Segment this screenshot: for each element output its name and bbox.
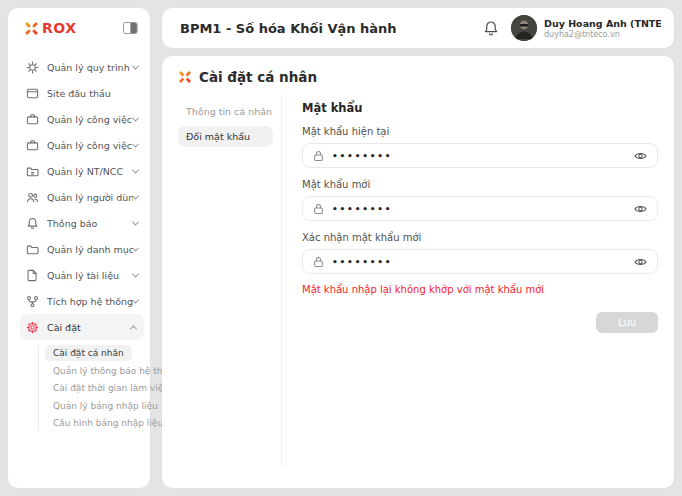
chevron-down-icon <box>132 270 139 277</box>
sidebar-item-label: Quản lý NT/NCC <box>47 166 123 177</box>
masked-password-value: •••••••• <box>332 258 392 267</box>
logo-text: ROX <box>42 20 76 36</box>
password-form: Mật khẩu Mật khẩu hiện tại••••••••Mật kh… <box>282 95 658 467</box>
sidebar-item-label: Thông báo <box>47 218 97 229</box>
sidebar-item[interactable]: Quản lý công việc <box>8 106 150 132</box>
sidebar-item[interactable]: Cài đặt <box>20 314 144 340</box>
sidebar-item[interactable]: Quản lý công việc <box>8 132 150 158</box>
sidebar-subitem[interactable]: Cấu hình bảng nhập liệu <box>45 415 171 431</box>
sidebar-item[interactable]: Quản lý NT/NCC <box>8 158 150 184</box>
sidebar-item[interactable]: Quản lý quy trình <box>8 54 150 80</box>
sidebar-item[interactable]: Quản lý danh mục <box>8 236 150 262</box>
chevron-down-icon <box>132 62 139 69</box>
settings-tabs: Thông tin cá nhânĐổi mật khẩu <box>178 95 282 467</box>
save-button[interactable]: Lưu <box>596 312 658 333</box>
chevron-down-icon <box>132 218 139 225</box>
sidebar-submenu: Cài đặt cá nhânQuản lý thông báo hệ thốn… <box>38 345 150 431</box>
sidebar-item-label: Quản lý quy trình <box>47 62 130 73</box>
gear-icon <box>26 321 39 334</box>
rox-x-icon <box>24 21 39 36</box>
password-form-fields: Mật khẩu hiện tại••••••••Mật khẩu mới•••… <box>302 126 658 274</box>
sidebar-item-label: Quản lý người dùng <box>47 192 133 203</box>
workflow-icon <box>26 61 39 74</box>
lock-icon <box>313 256 324 268</box>
chevron-down-icon <box>132 114 139 121</box>
chevron-down-icon <box>132 166 139 173</box>
field-label: Xác nhận mật khẩu mới <box>302 232 658 243</box>
chevron-down-icon <box>132 140 139 147</box>
sidebar-item-label: Quản lý tài liệu <box>47 270 119 281</box>
sidebar-item-label: Quản lý danh mục <box>47 244 133 255</box>
sidebar-nav: Quản lý quy trìnhSite đấu thầuQuản lý cô… <box>8 48 150 340</box>
password-input[interactable]: •••••••• <box>302 249 658 274</box>
sidebar-item-label: Quản lý công việc <box>47 114 132 125</box>
sidebar-collapse-icon[interactable] <box>123 22 138 34</box>
sidebar: ROX Quản lý quy trìnhSite đấu thầuQuản l… <box>8 8 150 488</box>
user-name: Duy Hoang Anh (TNTECH-TTKD TKT... <box>544 18 662 29</box>
sidebar-item-label: Quản lý công việc <box>47 140 132 151</box>
briefcase-icon <box>26 113 39 126</box>
page-title: Cài đặt cá nhân <box>199 69 317 85</box>
notification-bell-icon[interactable] <box>483 20 499 37</box>
chevron-up-icon <box>130 325 137 332</box>
password-mismatch-error: Mật khẩu nhập lại không khớp với mật khẩ… <box>302 284 658 295</box>
bell-icon <box>26 217 39 230</box>
sidebar-subitem[interactable]: Quản lý bảng nhập liệu <box>45 398 166 414</box>
document-icon <box>26 269 39 282</box>
sidebar-subitem[interactable]: Cài đặt cá nhân <box>45 345 132 361</box>
folder-icon <box>26 243 39 256</box>
field-label: Mật khẩu hiện tại <box>302 126 658 137</box>
sidebar-subitem[interactable]: Cài đặt thời gian làm việc <box>45 380 176 396</box>
chevron-down-icon <box>132 192 139 199</box>
app-title: BPM1 - Số hóa Khối Vận hành <box>180 21 397 36</box>
folder-contract-icon <box>26 165 39 178</box>
sidebar-item[interactable]: Quản lý tài liệu <box>8 262 150 288</box>
lock-icon <box>313 150 324 162</box>
masked-password-value: •••••••• <box>332 152 392 161</box>
sidebar-item-label: Site đấu thầu <box>47 88 111 99</box>
avatar <box>511 15 537 41</box>
field-label: Mật khẩu mới <box>302 179 658 190</box>
briefcase-icon <box>26 139 39 152</box>
sidebar-item-label: Cài đặt <box>47 322 81 333</box>
user-email: duyha2@tnteco.vn <box>544 30 662 39</box>
section-title: Mật khẩu <box>302 101 658 115</box>
browser-icon <box>26 87 39 100</box>
sidebar-item[interactable]: Thông báo <box>8 210 150 236</box>
lock-icon <box>313 203 324 215</box>
eye-icon[interactable] <box>634 204 647 214</box>
header: BPM1 - Số hóa Khối Vận hành Duy Hoang An… <box>162 8 674 48</box>
eye-icon[interactable] <box>634 257 647 267</box>
masked-password-value: •••••••• <box>332 205 392 214</box>
logo: ROX <box>8 8 150 48</box>
sidebar-item[interactable]: Tích hợp hệ thống <box>8 288 150 314</box>
sidebar-item-label: Tích hợp hệ thống <box>47 296 133 307</box>
tab-inactive[interactable]: Thông tin cá nhân <box>178 101 273 122</box>
sidebar-item[interactable]: Site đấu thầu <box>8 80 150 106</box>
eye-icon[interactable] <box>634 151 647 161</box>
password-input[interactable]: •••••••• <box>302 143 658 168</box>
users-icon <box>26 191 39 204</box>
tab-active[interactable]: Đổi mật khẩu <box>178 126 273 147</box>
user-menu[interactable]: Duy Hoang Anh (TNTECH-TTKD TKT... duyha2… <box>511 15 662 41</box>
page-title-x-icon <box>178 70 192 84</box>
integration-icon <box>26 295 39 308</box>
chevron-down-icon <box>132 244 139 251</box>
content-panel: Cài đặt cá nhân Thông tin cá nhânĐổi mật… <box>162 56 674 488</box>
password-input[interactable]: •••••••• <box>302 196 658 221</box>
chevron-down-icon <box>132 296 139 303</box>
sidebar-item[interactable]: Quản lý người dùng <box>8 184 150 210</box>
